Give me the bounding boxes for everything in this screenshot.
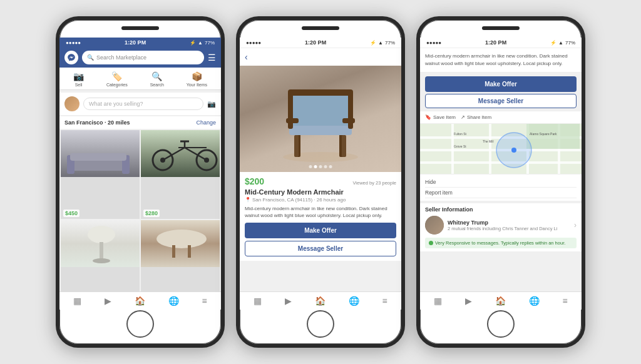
categories-icon: 🏷️ xyxy=(111,71,122,81)
tab3-menu[interactable]: ≡ xyxy=(562,296,567,306)
status-bar-2: ●●●●● 1:20 PM ⚡ ▲ 77% xyxy=(240,38,401,48)
fb-header-1: 🔍 Search Marketplace ☰ xyxy=(59,48,221,68)
tab3-grid[interactable]: ▦ xyxy=(434,296,442,306)
listing-bike[interactable]: $280 xyxy=(141,130,220,219)
back-button[interactable]: ‹ xyxy=(245,52,248,62)
change-location-button[interactable]: Change xyxy=(196,119,216,126)
status-dots: ●●●●● xyxy=(66,40,81,46)
battery-3: ⚡ ▲ 77% xyxy=(550,40,575,46)
svg-line-6 xyxy=(163,148,185,160)
location-text-detail: San Francisco, CA (94115) · 26 hours ago xyxy=(252,197,346,203)
p3-make-offer-button[interactable]: Make Offer xyxy=(425,76,577,92)
tab2-globe[interactable]: 🌐 xyxy=(349,296,359,306)
time-2: 1:20 PM xyxy=(305,39,326,46)
nav-your-items[interactable]: 📦 Your Items xyxy=(187,71,207,87)
dot-4 xyxy=(324,165,327,168)
tab2-home[interactable]: 🏠 xyxy=(315,296,326,306)
price-sofa: $450 xyxy=(63,210,79,217)
svg-line-7 xyxy=(185,148,207,160)
report-button[interactable]: Report item xyxy=(425,188,577,198)
responsive-badge: Very Responsive to messages. Typically r… xyxy=(425,238,577,248)
status-dots-2: ●●●●● xyxy=(246,40,261,46)
responsive-text: Very Responsive to messages. Typically r… xyxy=(435,240,565,246)
status-bar-1: ●●●●● 1:20 PM ⚡ ▲ 77% xyxy=(59,38,221,48)
item-location: 📍 San Francisco, CA (94115) · 26 hours a… xyxy=(245,197,396,203)
bluetooth-icon-2: ⚡ xyxy=(370,40,376,46)
nav-sell[interactable]: 📷 Sell xyxy=(73,71,84,87)
messenger-icon[interactable] xyxy=(64,51,78,64)
search-bar[interactable]: 🔍 Search Marketplace xyxy=(82,51,204,64)
location-row: San Francisco · 20 miles Change xyxy=(59,116,221,129)
tab2-menu[interactable]: ≡ xyxy=(382,296,387,306)
battery-icon: 77% xyxy=(205,40,215,46)
svg-rect-36 xyxy=(489,124,491,174)
carousel-dots xyxy=(309,165,332,168)
camera-icon[interactable]: 📷 xyxy=(207,100,216,108)
status-bar-3: ●●●●● 1:20 PM ⚡ ▲ 77% xyxy=(420,38,582,48)
item-price: $200 xyxy=(245,176,264,186)
tab3-globe[interactable]: 🌐 xyxy=(529,296,540,306)
tab2-video[interactable]: ▶ xyxy=(285,296,292,306)
user-avatar xyxy=(64,96,79,111)
sell-icon: 📷 xyxy=(73,71,84,81)
message-seller-button[interactable]: Message Seller xyxy=(245,241,396,256)
your-items-label: Your Items xyxy=(187,83,207,87)
tab3-home[interactable]: 🏠 xyxy=(495,296,506,306)
item-description: Mid-century modern armchair in like new … xyxy=(245,205,396,219)
share-item-button[interactable]: ↗ Share Item xyxy=(461,114,491,120)
seller-name: Whitney Trump xyxy=(448,220,570,226)
svg-rect-27 xyxy=(294,135,299,157)
seller-section: Seller Information Whitney Trump 2 mutua… xyxy=(420,201,582,251)
tab-menu[interactable]: ≡ xyxy=(202,296,207,306)
bottom-tabs-3: ▦ ▶ 🏠 🌐 ≡ xyxy=(420,291,582,310)
green-dot-icon xyxy=(429,241,433,245)
svg-rect-23 xyxy=(290,94,351,126)
search-icon: 🔍 xyxy=(87,54,94,61)
svg-rect-35 xyxy=(451,124,454,174)
svg-text:The Mill: The Mill xyxy=(483,139,494,143)
svg-rect-29 xyxy=(286,118,299,123)
seller-avatar xyxy=(425,216,444,235)
chair-image xyxy=(240,66,401,172)
tab-globe[interactable]: 🌐 xyxy=(168,296,179,306)
detail-header: ‹ xyxy=(240,48,401,66)
price-bike: $280 xyxy=(143,210,160,217)
tab-home[interactable]: 🏠 xyxy=(135,296,145,306)
nav-search[interactable]: 🔍 Search xyxy=(150,71,164,87)
price-viewed-row: $200 Viewed by 23 people xyxy=(245,176,396,186)
svg-text:Grove St: Grove St xyxy=(454,144,466,148)
phone-1-screen: ●●●●● 1:20 PM ⚡ ▲ 77% 🔍 Search Marketpla… xyxy=(59,38,221,310)
tab3-video[interactable]: ▶ xyxy=(465,296,472,306)
make-offer-button[interactable]: Make Offer xyxy=(245,223,396,238)
tab-video[interactable]: ▶ xyxy=(105,296,111,306)
svg-point-15 xyxy=(93,258,110,263)
tab-grid[interactable]: ▦ xyxy=(73,296,81,306)
save-share-row: 🔖 Save Item ↗ Share Item xyxy=(420,111,582,124)
map-area: Fulton St Grove St Alamo Square Park The… xyxy=(420,124,582,174)
save-item-button[interactable]: 🔖 Save Item xyxy=(425,114,456,120)
hide-report-section: Hide Report item xyxy=(420,174,582,201)
svg-rect-39 xyxy=(526,124,580,149)
chair-scene xyxy=(240,66,401,167)
p3-message-seller-button[interactable]: Message Seller xyxy=(425,94,577,108)
listing-sofa[interactable]: $450 xyxy=(61,130,140,219)
time-1: 1:20 PM xyxy=(125,39,146,46)
wifi-icon-2: ▲ xyxy=(378,40,383,46)
nav-categories[interactable]: 🏷️ Categories xyxy=(106,71,128,87)
seller-info: Whitney Trump 2 mutual friends including… xyxy=(448,220,570,231)
phone-3: ●●●●● 1:20 PM ⚡ ▲ 77% Mid-century modern… xyxy=(416,16,585,348)
hide-button[interactable]: Hide xyxy=(425,177,577,188)
your-items-icon: 📦 xyxy=(192,71,202,81)
bottom-tabs-1: ▦ ▶ 🏠 🌐 ≡ xyxy=(59,291,221,310)
battery-text-2: 77% xyxy=(385,40,395,46)
dot-3 xyxy=(319,165,322,168)
share-icon: ↗ xyxy=(461,114,465,120)
bookmark-icon: 🔖 xyxy=(425,114,431,120)
seller-row[interactable]: Whitney Trump 2 mutual friends including… xyxy=(425,216,577,235)
sell-placeholder[interactable]: What are you selling? xyxy=(83,98,203,110)
menu-icon[interactable]: ☰ xyxy=(208,53,216,63)
share-label: Share Item xyxy=(467,114,491,120)
tab2-grid[interactable]: ▦ xyxy=(254,296,262,306)
dot-5 xyxy=(329,165,332,168)
svg-rect-26 xyxy=(288,89,353,96)
